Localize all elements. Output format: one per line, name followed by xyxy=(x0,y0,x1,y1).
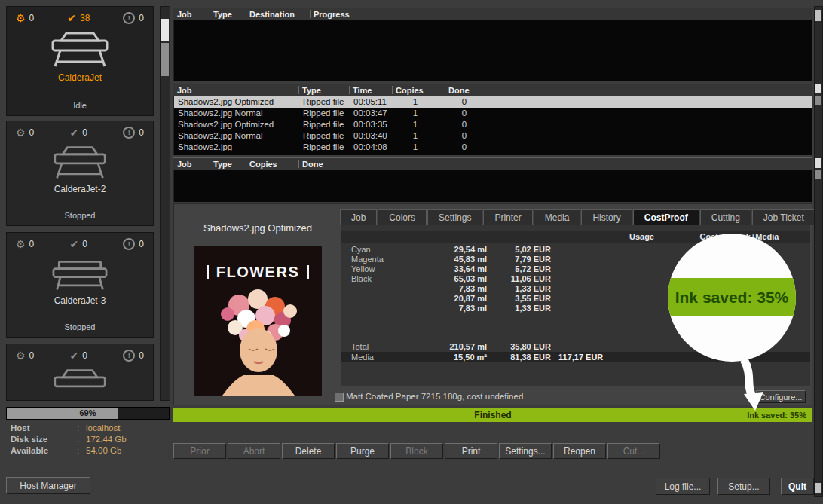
col-destination[interactable]: Destination xyxy=(249,10,295,19)
caldera-rip-window: ⚙0 ✔38 !0 CalderaJet Idle ⚙0 ✔0 !0 Calde… xyxy=(0,0,823,504)
alert-icon: ! xyxy=(123,350,135,362)
col-done[interactable]: Done xyxy=(302,160,323,169)
printer-panel-calderajet[interactable]: ⚙0 ✔38 !0 CalderaJet Idle xyxy=(6,6,154,116)
cell-copies: 1 xyxy=(396,97,434,106)
scrollbar-handle[interactable] xyxy=(815,84,821,93)
table-row[interactable]: Shadows2.jpg Normal Ripped file 00:03:40… xyxy=(174,130,812,142)
status-ink-saved: Ink saved: 35% xyxy=(747,411,806,420)
col-copies[interactable]: Copies xyxy=(249,160,277,169)
col-job[interactable]: Job xyxy=(177,160,192,169)
quit-button[interactable]: Quit xyxy=(781,478,814,495)
ink-label: Yellow xyxy=(351,264,375,273)
col-ink-media: Ink+Media xyxy=(739,232,779,241)
nested-table-body[interactable] xyxy=(173,170,812,202)
cell-type: Ripped file xyxy=(303,131,344,140)
media-cost: 81,38 EUR xyxy=(491,353,551,362)
scrollbar-handle[interactable] xyxy=(815,483,821,493)
cell-type: Ripped file xyxy=(303,108,344,118)
host-value: localhost xyxy=(86,423,120,432)
scrollbar-handle[interactable] xyxy=(815,10,821,21)
alert-icon: ! xyxy=(123,238,135,250)
main-scrollbar[interactable] xyxy=(814,6,823,497)
printer-panel-calderajet-3[interactable]: ⚙0 ✔0 !0 CalderaJet-3 Stopped xyxy=(6,232,154,338)
reopen-button[interactable]: Reopen xyxy=(553,443,606,459)
block-button: Block xyxy=(390,443,443,459)
table-row[interactable]: Shadows2.jpg Optimized Ripped file 00:05… xyxy=(174,96,812,108)
col-done[interactable]: Done xyxy=(448,86,470,95)
printer-name: CalderaJet xyxy=(7,72,153,83)
nested-table-header: Job Type Copies Done xyxy=(173,157,812,170)
col-type[interactable]: Type xyxy=(213,10,232,19)
cell-time: 00:03:40 xyxy=(353,131,387,140)
col-copies[interactable]: Copies xyxy=(396,86,424,95)
col-job[interactable]: Job xyxy=(177,86,192,95)
cell-done: 0 xyxy=(449,97,479,106)
colon: : xyxy=(77,435,79,444)
alert-icon: ! xyxy=(123,12,135,24)
ink-cost: 11,06 EUR xyxy=(491,274,551,283)
done-count: 38 xyxy=(80,13,90,23)
total-cost: 35,80 EUR xyxy=(491,342,551,351)
available-value: 54.00 Gb xyxy=(86,446,121,455)
configure-button[interactable]: Configure... xyxy=(756,390,806,403)
delete-button[interactable]: Delete xyxy=(282,443,335,459)
colon: : xyxy=(77,423,79,432)
disk-size-label: Disk size xyxy=(11,435,47,444)
printer-status: Stopped xyxy=(7,211,153,220)
tab-cutting[interactable]: Cutting xyxy=(700,209,751,225)
scrollbar-handle[interactable] xyxy=(815,170,821,179)
ink-plus-media-total: 117,17 EUR xyxy=(558,353,603,362)
queue-table-body[interactable] xyxy=(173,20,812,81)
table-row[interactable]: Shadows2.jpg Ripped file 00:04:08 1 0 xyxy=(174,142,812,153)
tab-settings[interactable]: Settings xyxy=(427,209,482,225)
tab-jobticket[interactable]: Job Ticket xyxy=(752,209,815,225)
sidebar-scrollbar[interactable] xyxy=(160,6,170,401)
scrollbar-handle[interactable] xyxy=(161,43,169,76)
prior-button: Prior xyxy=(173,443,226,459)
tab-history[interactable]: History xyxy=(581,209,632,225)
media-checkbox[interactable] xyxy=(335,393,344,402)
printer-panel-calderajet-2[interactable]: ⚙0 ✔0 !0 CalderaJet-2 Stopped xyxy=(6,121,154,226)
col-type[interactable]: Type xyxy=(213,160,232,169)
printer-status: Idle xyxy=(7,101,153,110)
col-time[interactable]: Time xyxy=(353,86,372,95)
col-progress[interactable]: Progress xyxy=(314,10,350,19)
host-manager-button[interactable]: Host Manager xyxy=(6,477,90,494)
print-button[interactable]: Print xyxy=(445,443,497,459)
tab-printer[interactable]: Printer xyxy=(483,209,532,225)
tab-costproof[interactable]: CostProof xyxy=(633,209,699,225)
error-count: 0 xyxy=(139,239,144,249)
cell-time: 00:04:08 xyxy=(353,142,387,151)
cost-row-total: Total 210,57 ml 35,80 EUR xyxy=(174,342,812,352)
disk-usage-bar: 69% xyxy=(6,407,170,420)
job-title: Shadows2.jpg Optimized xyxy=(174,222,341,234)
table-row[interactable]: Shadows2.jpg Optimized Ripped file 00:03… xyxy=(174,119,812,130)
printer-panel-4[interactable]: ⚙0 ✔0 !0 xyxy=(6,344,154,401)
media-note: Matt Coated Paper 7215 180g, cost undefi… xyxy=(346,392,523,401)
cell-job: Shadows2.jpg xyxy=(178,142,232,151)
tab-colors[interactable]: Colors xyxy=(378,209,427,225)
disk-size-value: 172.44 Gb xyxy=(86,435,127,444)
cell-done: 0 xyxy=(449,142,479,151)
scrollbar-handle[interactable] xyxy=(161,19,169,41)
detail-tabs: Job Colors Settings Printer Media Histor… xyxy=(340,209,810,225)
purge-button[interactable]: Purge xyxy=(336,443,389,459)
ink-label: Magenta xyxy=(351,255,384,264)
cell-type: Ripped file xyxy=(303,97,344,106)
col-type[interactable]: Type xyxy=(302,86,321,95)
disk-usage-label: 69% xyxy=(7,408,169,417)
log-file-button[interactable]: Log file... xyxy=(656,478,710,495)
ink-label: Cyan xyxy=(351,245,371,254)
col-usage: Usage xyxy=(560,232,654,241)
settings-button[interactable]: Settings... xyxy=(499,443,552,459)
printer-counters: ⚙0 ✔0 !0 xyxy=(7,344,153,362)
tab-media[interactable]: Media xyxy=(534,209,581,225)
setup-button[interactable]: Setup... xyxy=(717,478,770,495)
col-job[interactable]: Job xyxy=(177,10,192,19)
tab-job[interactable]: Job xyxy=(340,209,377,225)
media-usage: 15,50 m² xyxy=(385,353,487,362)
scrollbar-handle[interactable] xyxy=(815,158,821,168)
table-row[interactable]: Shadows2.jpg Normal Ripped file 00:03:47… xyxy=(174,108,812,119)
scrollbar-handle[interactable] xyxy=(815,96,821,105)
cell-copies: 1 xyxy=(396,120,434,129)
